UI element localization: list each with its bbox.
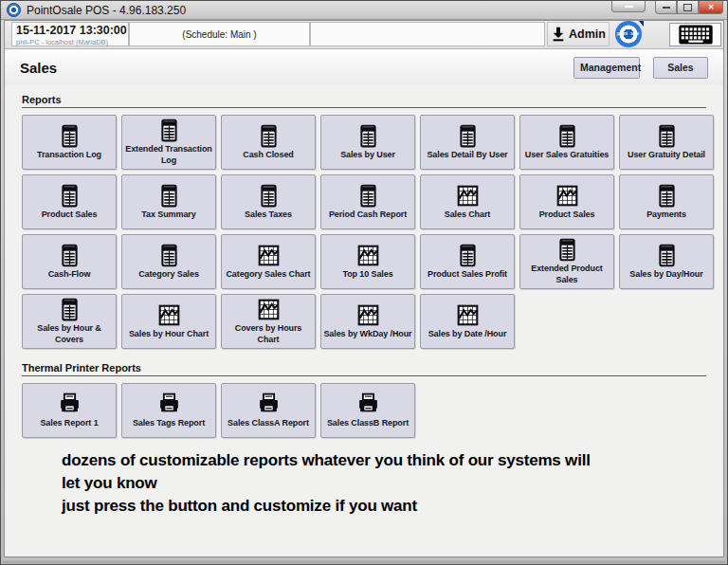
report-button-sales-by-date-hour[interactable]: Sales by Date /Hour	[420, 294, 515, 349]
status-bar: 15-11-2017 13:30:00 phil-PC - localhost …	[5, 21, 723, 49]
report-button-label: Tax Summary	[141, 210, 195, 220]
report-button-label: Sales by Date /Hour	[428, 329, 507, 339]
report-button-sales-by-hour-covers[interactable]: Sales by Hour & Covers	[22, 294, 117, 349]
report-button-label: Sales by Hour Chart	[129, 329, 209, 339]
report-button-sales-chart[interactable]: Sales Chart	[420, 174, 515, 229]
reports-grid: Transaction LogExtended Transaction LogC…	[22, 115, 719, 349]
report-button-sales-by-wkday-hour[interactable]: Sales by WkDay /Hour	[320, 294, 415, 349]
note-line-1: dozens of customizable reports whatever …	[62, 449, 706, 472]
admin-label: Admin	[569, 27, 606, 41]
report-button-sales-report-1[interactable]: Sales Report 1	[22, 383, 117, 438]
printer-icon	[58, 392, 82, 416]
report-button-label: Extended Transaction Log	[124, 144, 213, 166]
report-button-label: User Sales Gratuities	[525, 150, 609, 160]
report-button-label: Period Cash Report	[329, 210, 407, 220]
report-button-label: Transaction Log	[37, 150, 101, 160]
table-icon	[58, 298, 82, 321]
report-button-sales-by-hour-chart[interactable]: Sales by Hour Chart	[121, 294, 216, 349]
report-button-sales-tags-report[interactable]: Sales Tags Report	[121, 383, 216, 438]
report-button-user-sales-gratuities[interactable]: User Sales Gratuities	[519, 115, 614, 170]
report-button-cash-closed[interactable]: Cash Closed	[221, 115, 316, 170]
sales-tab-button[interactable]: Sales	[653, 57, 708, 79]
report-button-product-sales-profit[interactable]: Product Sales Profit	[420, 234, 515, 289]
report-button-product-sales[interactable]: Product Sales	[22, 174, 117, 229]
close-button[interactable]: ✕	[699, 1, 723, 14]
report-button-label: Sales by User	[340, 150, 395, 160]
thermal-grid: Sales Report 1Sales Tags ReportSales Cla…	[22, 383, 719, 438]
logo-flag	[638, 20, 644, 27]
keyboard-button[interactable]	[669, 23, 721, 46]
note-line-3: just press the button and customize if y…	[62, 495, 706, 518]
report-button-extended-transaction-log[interactable]: Extended Transaction Log	[121, 115, 216, 170]
report-button-label: Sales ClassA Report	[228, 418, 309, 428]
report-button-transaction-log[interactable]: Transaction Log	[22, 115, 117, 170]
table-icon	[58, 124, 82, 148]
report-button-sales-taxes[interactable]: Sales Taxes	[221, 174, 316, 229]
table-icon	[157, 118, 181, 142]
report-button-label: Sales Report 1	[40, 418, 98, 428]
table-icon	[356, 184, 380, 208]
minimize-button[interactable]	[655, 1, 677, 14]
report-button-sales-classa-report[interactable]: Sales ClassA Report	[221, 383, 316, 438]
table-icon	[157, 244, 181, 267]
report-button-sales-by-day-hour[interactable]: Sales by Day/Hour	[619, 234, 714, 289]
report-button-label: Sales Chart	[445, 210, 490, 220]
table-icon	[456, 244, 480, 267]
titlebar[interactable]: PointOsale POS - 4.96.183.250 ✕	[1, 1, 727, 20]
report-button-sales-classb-report[interactable]: Sales ClassB Report	[320, 383, 415, 438]
report-button-label: Extended Product Sales	[522, 264, 611, 285]
report-button-label: Sales by Hour & Covers	[25, 323, 114, 345]
page-header: Sales Management Sales	[5, 49, 723, 85]
chart-icon	[257, 298, 281, 321]
chart-icon	[356, 244, 380, 267]
table-icon	[555, 124, 579, 148]
report-button-top-10-sales[interactable]: Top 10 Sales	[320, 234, 415, 289]
report-button-user-gratuity-detail[interactable]: User Gratuity Detail	[619, 115, 714, 170]
chart-icon	[356, 303, 380, 327]
table-icon	[655, 184, 679, 208]
chart-icon	[257, 244, 281, 267]
report-button-tax-summary[interactable]: Tax Summary	[121, 174, 216, 229]
report-button-label: Sales ClassB Report	[327, 418, 409, 428]
report-button-sales-by-user[interactable]: Sales by User	[320, 115, 415, 170]
app-logo-icon	[7, 3, 21, 17]
restore-button[interactable]	[677, 1, 699, 14]
report-button-label: User Gratuity Detail	[628, 150, 705, 160]
table-icon	[257, 124, 281, 148]
screenshot-root: PointOsale POS - 4.96.183.250 ✕ 15-11-20…	[0, 0, 728, 565]
report-button-label: Cash-Flow	[48, 269, 91, 280]
table-icon	[655, 124, 679, 148]
report-button-label: Product Sales Profit	[428, 269, 507, 280]
download-arrow-icon	[551, 27, 566, 42]
report-button-covers-by-hours-chart[interactable]: Covers by Hours Chart	[221, 294, 316, 349]
thermal-section-label: Thermal Printer Reports	[22, 362, 706, 376]
window-title: PointOsale POS - 4.96.183.250	[27, 4, 186, 17]
restore-icon	[683, 4, 692, 11]
page-body: Reports Transaction LogExtended Transact…	[5, 85, 723, 518]
extra-window-button[interactable]	[611, 1, 646, 12]
annotation-note: dozens of customizable reports whatever …	[62, 449, 706, 518]
report-button-label: Sales by WkDay /Hour	[323, 329, 411, 339]
note-line-2: let you know	[62, 472, 706, 495]
management-tab-button[interactable]: Management	[573, 57, 640, 79]
table-icon	[356, 124, 380, 148]
report-button-category-sales-chart[interactable]: Category Sales Chart	[221, 234, 316, 289]
report-button-cash-flow[interactable]: Cash-Flow	[22, 234, 117, 289]
report-button-sales-detail-by-user[interactable]: Sales Detail By User	[420, 115, 515, 170]
report-button-label: Cash Closed	[243, 150, 293, 160]
table-icon	[655, 244, 679, 267]
report-button-label: Top 10 Sales	[342, 269, 392, 280]
admin-button[interactable]: Admin	[547, 22, 610, 46]
datetime-panel: 15-11-2017 13:30:00 phil-PC - localhost …	[11, 22, 129, 46]
report-button-product-sales[interactable]: Product Sales	[519, 174, 614, 229]
report-button-category-sales[interactable]: Category Sales	[121, 234, 216, 289]
page-title: Sales	[20, 60, 57, 76]
report-button-period-cash-report[interactable]: Period Cash Report	[320, 174, 415, 229]
pointosale-logo: point sale	[615, 21, 642, 47]
report-button-payments[interactable]: Payments	[619, 174, 714, 229]
report-button-extended-product-sales[interactable]: Extended Product Sales	[519, 234, 614, 289]
table-icon	[157, 184, 181, 208]
app-window: PointOsale POS - 4.96.183.250 ✕ 15-11-20…	[0, 0, 728, 565]
reports-section-label: Reports	[22, 94, 706, 108]
schedule-panel: (Schedule: Main )	[129, 22, 310, 46]
